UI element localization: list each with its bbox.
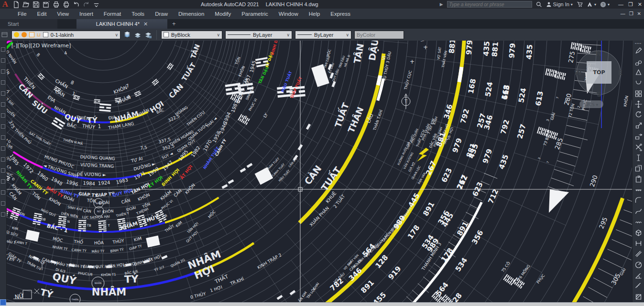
qat-customize-icon[interactable] bbox=[93, 1, 100, 8]
menu-express[interactable]: Express bbox=[325, 9, 356, 19]
cone-icon[interactable] bbox=[634, 68, 643, 76]
save-as-icon[interactable] bbox=[43, 1, 50, 8]
move-icon[interactable] bbox=[634, 100, 643, 108]
menu-modify[interactable]: Modify bbox=[209, 9, 236, 19]
left-toolbar-icon[interactable] bbox=[1, 58, 5, 63]
layer-states-icon[interactable] bbox=[134, 31, 142, 39]
left-toolbar-icon[interactable] bbox=[1, 201, 5, 206]
layer-isolate-icon[interactable] bbox=[144, 31, 152, 39]
new-file-icon[interactable] bbox=[12, 1, 20, 8]
trim-icon[interactable] bbox=[634, 143, 643, 151]
box-icon[interactable] bbox=[634, 229, 643, 237]
autodesk-app-icon[interactable]: ▾ bbox=[587, 1, 596, 7]
sun-icon[interactable] bbox=[22, 32, 27, 37]
tab-close-icon[interactable]: ✕ bbox=[143, 19, 148, 29]
menu-window[interactable]: Window bbox=[273, 9, 304, 19]
dim-linear-icon[interactable] bbox=[634, 240, 643, 247]
pencil-icon[interactable] bbox=[634, 47, 643, 55]
autocad-logo[interactable]: A bbox=[0, 0, 11, 9]
linetype-dropdown-icon[interactable]: ∨ bbox=[286, 33, 290, 37]
dim-radius-icon[interactable] bbox=[634, 261, 643, 269]
plot-icon[interactable] bbox=[53, 1, 60, 8]
left-toolbar-icon[interactable] bbox=[1, 69, 5, 74]
tab-start[interactable]: Start bbox=[0, 19, 57, 29]
command-line-edge[interactable] bbox=[0, 302, 644, 306]
left-toolbar-icon[interactable] bbox=[1, 179, 5, 184]
layer-select[interactable]: ⊔ 0-1-lakinh ∨ bbox=[11, 31, 120, 39]
print-icon[interactable] bbox=[63, 1, 70, 8]
toolbar-grip[interactable]: ▪▪▪▪ bbox=[635, 42, 642, 45]
group-icon[interactable] bbox=[634, 58, 643, 66]
command-line-icon[interactable] bbox=[0, 299, 6, 306]
arc-icon[interactable] bbox=[634, 79, 643, 87]
search-icon[interactable] bbox=[536, 1, 542, 8]
left-toolbar-icon[interactable] bbox=[1, 157, 5, 162]
search-input[interactable] bbox=[447, 1, 532, 8]
left-toolbar-icon[interactable] bbox=[1, 113, 5, 118]
undo-icon[interactable] bbox=[73, 1, 80, 8]
menu-format[interactable]: Format bbox=[98, 9, 126, 19]
dim-aligned-icon[interactable] bbox=[634, 250, 643, 258]
right-docked-toolbar[interactable]: ▪▪▪▪ bbox=[632, 41, 644, 302]
layer-dropdown-icon[interactable]: ∨ bbox=[115, 33, 118, 37]
left-toolbar-icon[interactable] bbox=[1, 146, 5, 151]
doc-minimize-button[interactable]: — bbox=[621, 9, 625, 19]
menu-edit[interactable]: Edit bbox=[32, 9, 52, 19]
copy-icon[interactable] bbox=[634, 164, 643, 172]
menu-draw[interactable]: Draw bbox=[150, 9, 173, 19]
rotate-icon[interactable] bbox=[634, 111, 643, 119]
left-docked-toolbar[interactable] bbox=[0, 41, 7, 302]
paste-icon[interactable] bbox=[634, 175, 643, 183]
text-cursor-icon[interactable] bbox=[634, 154, 643, 162]
left-toolbar-icon[interactable] bbox=[1, 168, 5, 173]
dim-angular-icon[interactable] bbox=[634, 272, 643, 279]
bulb-on-icon[interactable] bbox=[14, 32, 19, 37]
menu-dimension[interactable]: Dimension bbox=[173, 9, 209, 19]
new-tab-button[interactable]: + bbox=[167, 19, 181, 29]
doc-restore-button[interactable]: ❐ bbox=[629, 9, 633, 19]
menu-view[interactable]: View bbox=[52, 9, 74, 19]
close-button[interactable]: ✕ bbox=[638, 1, 642, 8]
left-toolbar-icon[interactable] bbox=[1, 47, 5, 52]
left-toolbar-icon[interactable] bbox=[1, 135, 5, 140]
left-toolbar-icon[interactable] bbox=[1, 190, 5, 195]
sign-in-button[interactable]: Sign In ▾ bbox=[546, 1, 573, 7]
doc-close-button[interactable]: ✕ bbox=[637, 9, 641, 19]
menu-help[interactable]: Help bbox=[304, 9, 326, 19]
cart-icon[interactable] bbox=[577, 1, 583, 7]
tab-active-document[interactable]: LAKINH CHINH 4* ✕ bbox=[76, 19, 167, 29]
menu-insert[interactable]: Insert bbox=[74, 9, 98, 19]
left-toolbar-icon[interactable] bbox=[1, 212, 5, 217]
lineweight-dropdown-icon[interactable]: ∨ bbox=[346, 33, 349, 37]
left-toolbar-icon[interactable] bbox=[1, 124, 5, 129]
save-icon[interactable] bbox=[33, 1, 40, 8]
freeze-icon[interactable] bbox=[29, 32, 34, 37]
left-toolbar-icon[interactable] bbox=[1, 80, 5, 85]
unlock-icon[interactable]: ⊔ bbox=[37, 33, 41, 37]
lakinh-compass-drawing[interactable]: O NHÂNẤNTHỔSÁT ĐẠING TUYẾNLẠM Q196ẤT SỬU… bbox=[7, 41, 632, 302]
menu-file[interactable]: File bbox=[12, 9, 32, 19]
redo-icon[interactable] bbox=[83, 1, 90, 8]
linetype-select[interactable]: ByLayer ∨ bbox=[225, 31, 292, 39]
left-toolbar-icon[interactable] bbox=[1, 91, 5, 96]
divide-icon[interactable] bbox=[634, 186, 643, 194]
left-toolbar-icon[interactable] bbox=[1, 102, 5, 107]
lineweight-select[interactable]: ByLayer ∨ bbox=[295, 31, 351, 39]
measure-icon[interactable] bbox=[634, 282, 643, 290]
search-expand-icon[interactable]: ▶ bbox=[440, 2, 443, 7]
help-icon[interactable]: ? ▾ bbox=[600, 1, 610, 8]
spline-icon[interactable] bbox=[634, 208, 643, 215]
open-file-icon[interactable] bbox=[22, 1, 30, 8]
stretch-icon[interactable] bbox=[634, 132, 643, 140]
viewports-icon[interactable] bbox=[634, 90, 643, 98]
revcloud-icon[interactable] bbox=[634, 218, 643, 226]
color-select[interactable]: ByBlock ∨ bbox=[161, 31, 222, 39]
minimize-button[interactable]: — bbox=[618, 1, 623, 8]
menu-tools[interactable]: Tools bbox=[126, 9, 150, 19]
fillet-icon[interactable] bbox=[634, 197, 643, 204]
drawing-canvas[interactable]: O NHÂNẤNTHỔSÁT ĐẠING TUYẾNLẠM Q196ẤT SỬU… bbox=[7, 41, 632, 302]
restore-button[interactable]: ❐ bbox=[628, 1, 633, 8]
area-icon[interactable] bbox=[634, 293, 643, 301]
color-dropdown-icon[interactable]: ∨ bbox=[217, 33, 220, 37]
scale-icon[interactable] bbox=[634, 122, 643, 130]
